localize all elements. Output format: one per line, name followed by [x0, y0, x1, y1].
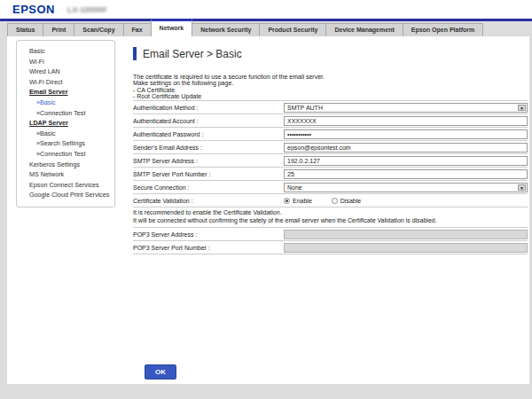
authenticated-account-input[interactable]	[284, 116, 528, 126]
sidebar-item-kerberos-settings[interactable]: Kerberos Settings	[29, 160, 112, 170]
content-panel: BasicWi-FiWired LANWi-Fi DirectEmail Ser…	[7, 36, 529, 384]
sidebar-item-wi-fi-direct[interactable]: Wi-Fi Direct	[29, 77, 112, 88]
secure-connection-label: Secure Connection :	[133, 184, 284, 191]
form-row-smtp-server-address: SMTP Server Address :	[133, 153, 528, 167]
form-row-authenticated-account: Authenticated Account :	[133, 113, 528, 127]
senders-email-address-control	[284, 143, 528, 153]
authenticated-password-input[interactable]	[284, 129, 528, 139]
note-line-2: It will be connected without confirming …	[133, 217, 528, 225]
authenticated-account-label: Authenticated Account :	[133, 118, 284, 124]
radio-option-enable[interactable]: Enable	[284, 198, 312, 204]
tab-device-management[interactable]: Device Management	[325, 23, 403, 36]
certificate-validation-radio-group: EnableDisable	[284, 198, 361, 204]
page-description: The certificate is required to use a sec…	[133, 74, 528, 99]
radio-option-disable[interactable]: Disable	[332, 198, 361, 204]
sidebar-item-ms-network[interactable]: MS Network	[29, 169, 112, 180]
sidebar-item-wi-fi[interactable]: Wi-Fi	[29, 57, 112, 67]
sidebar-item-email-server[interactable]: Email Server	[29, 87, 112, 98]
secure-connection-select[interactable]: None▼	[284, 183, 528, 192]
authenticated-password-label: Authenticated Password :	[133, 131, 284, 137]
page-title-row: Email Server > Basic	[133, 47, 528, 60]
sidebar-item-search-settings[interactable]: »Search Settings	[29, 138, 112, 149]
pop3-server-address-label: POP3 Server Address :	[133, 231, 284, 238]
pop3-server-port-number-label: POP3 Server Port Number :	[133, 245, 284, 251]
secure-connection-control: None▼	[284, 183, 528, 192]
ok-button[interactable]: OK	[145, 364, 176, 379]
form-row-certificate-validation: Certificate Validation :EnableDisable	[133, 193, 528, 207]
pop3-server-port-number-control	[284, 243, 528, 253]
form-row-secure-connection: Secure Connection :None▼	[133, 180, 528, 193]
description-line-4: - Root Certificate Update	[133, 93, 528, 99]
note-line-1: It is recommended to enable the Certific…	[133, 209, 528, 217]
sidebar-item-epson-connect-services[interactable]: Epson Connect Services	[29, 180, 112, 191]
form-row-authentication-method: Authentication Method :SMTP AUTH▼	[133, 100, 528, 113]
tab-fax[interactable]: Fax	[123, 23, 152, 36]
authentication-method-select[interactable]: SMTP AUTH▼	[284, 103, 528, 113]
main-content: Email Server > Basic The certificate is …	[133, 47, 528, 254]
title-accent-bar	[133, 47, 137, 60]
pop3-server-address-input	[284, 230, 528, 239]
tab-bar: StatusPrintScan/CopyFaxNetworkNetwork Se…	[7, 21, 529, 36]
page-title: Email Server > Basic	[143, 48, 242, 60]
tab-epson-open-platform[interactable]: Epson Open Platform	[403, 23, 484, 36]
header: EPSON LX-10000F	[0, 0, 532, 19]
form-row-pop3-server-port-number: POP3 Server Port Number :	[133, 240, 528, 254]
description-line-1: The certificate is required to use a sec…	[133, 74, 528, 80]
form-note: It is recommended to enable the Certific…	[133, 207, 528, 227]
model-name-redacted: LX-10000F	[67, 5, 107, 14]
sidebar-item-connection-test[interactable]: »Connection Test	[29, 149, 112, 160]
certificate-validation-label: Certificate Validation :	[133, 198, 284, 204]
settings-form: Authentication Method :SMTP AUTH▼Authent…	[133, 100, 528, 254]
authentication-method-label: Authentication Method :	[133, 105, 284, 111]
sidebar-item-wired-lan[interactable]: Wired LAN	[29, 66, 112, 77]
certificate-validation-control: EnableDisable	[284, 198, 528, 204]
epson-logo: EPSON	[12, 3, 55, 16]
authenticated-password-control	[284, 129, 528, 139]
description-line-2: Make settings on the following page.	[133, 80, 528, 86]
radio-icon	[332, 198, 338, 204]
radio-label: Enable	[293, 198, 312, 204]
sidebar-item-basic[interactable]: »Basic	[29, 98, 112, 108]
tab-print[interactable]: Print	[43, 23, 74, 36]
tab-scan-copy[interactable]: Scan/Copy	[74, 23, 123, 36]
sidebar-item-google-cloud-print-services[interactable]: Google Cloud Print Services	[29, 190, 112, 200]
radio-icon	[284, 198, 290, 204]
smtp-server-port-number-input[interactable]	[284, 169, 528, 179]
form-row-senders-email-address: Sender's Email Address :	[133, 140, 528, 153]
senders-email-address-label: Sender's Email Address :	[133, 145, 284, 151]
sidebar-item-ldap-server[interactable]: LDAP Server	[29, 118, 112, 129]
smtp-server-port-number-control	[284, 169, 528, 179]
radio-label: Disable	[340, 198, 361, 204]
pop3-server-address-control	[284, 230, 528, 239]
sidebar-item-basic[interactable]: »Basic	[29, 129, 112, 139]
smtp-server-port-number-label: SMTP Server Port Number :	[133, 171, 284, 177]
page-background: StatusPrintScan/CopyFaxNetworkNetwork Se…	[0, 21, 532, 399]
form-row-smtp-server-port-number: SMTP Server Port Number :	[133, 167, 528, 180]
authentication-method-control: SMTP AUTH▼	[284, 103, 528, 113]
tab-product-security[interactable]: Product Security	[259, 23, 326, 36]
dropdown-arrow-icon[interactable]: ▼	[518, 184, 526, 191]
tab-network-security[interactable]: Network Security	[192, 23, 260, 36]
authenticated-account-control	[284, 116, 528, 126]
sidebar-item-basic[interactable]: Basic	[29, 46, 112, 57]
smtp-server-address-input[interactable]	[284, 156, 528, 166]
sidebar-item-connection-test[interactable]: »Connection Test	[29, 108, 112, 119]
smtp-server-address-control	[284, 156, 528, 166]
dropdown-arrow-icon[interactable]: ▼	[518, 105, 526, 111]
description-line-3: - CA Certificate	[133, 87, 528, 93]
sidebar-nav: BasicWi-FiWired LANWi-Fi DirectEmail Ser…	[16, 40, 115, 207]
tab-status[interactable]: Status	[7, 23, 43, 36]
pop3-server-port-number-input	[284, 243, 528, 253]
form-row-authenticated-password: Authenticated Password :	[133, 127, 528, 140]
tab-network[interactable]: Network	[151, 19, 193, 36]
senders-email-address-input[interactable]	[284, 143, 528, 153]
smtp-server-address-label: SMTP Server Address :	[133, 158, 284, 164]
form-row-pop3-server-address: POP3 Server Address :	[133, 227, 528, 240]
